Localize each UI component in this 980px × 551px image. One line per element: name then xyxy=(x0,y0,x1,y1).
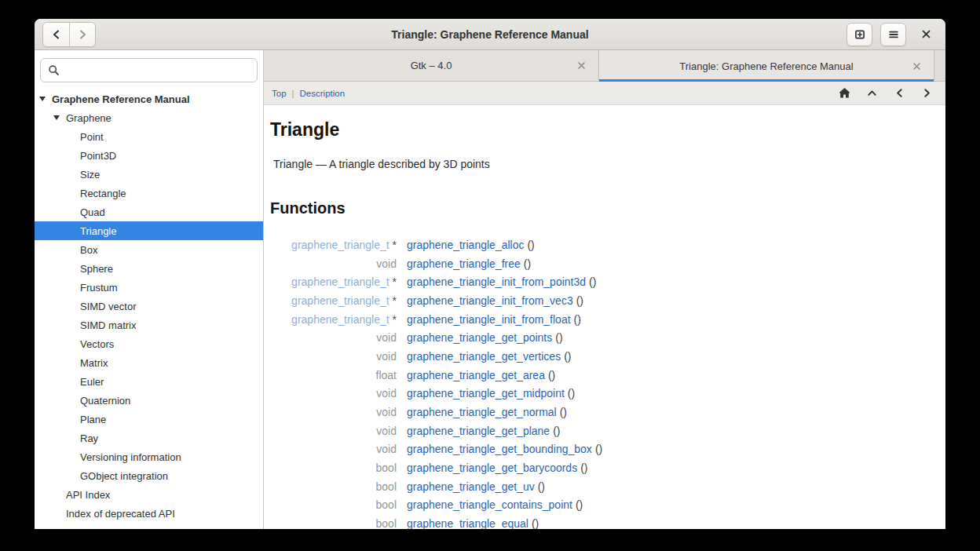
function-link[interactable]: graphene_triangle_get_bounding_box xyxy=(407,443,592,455)
tree-item[interactable]: Graphene xyxy=(35,108,263,127)
document-tab[interactable]: Gtk – 4.0 xyxy=(264,50,599,82)
return-type-link[interactable]: graphene_triangle_t xyxy=(291,239,389,251)
tree-item[interactable]: Index of deprecated API xyxy=(35,504,263,523)
tree-item-label: Euler xyxy=(80,376,104,388)
function-row: float graphene_triangle_get_area () xyxy=(270,366,945,385)
function-link[interactable]: graphene_triangle_get_normal xyxy=(407,406,557,418)
triangle-down-icon[interactable] xyxy=(39,97,52,101)
function-link[interactable]: graphene_triangle_init_from_float xyxy=(407,313,571,326)
return-type-plain: void xyxy=(376,406,397,418)
return-type: graphene_triangle_t * xyxy=(270,294,397,307)
tab-close-button[interactable] xyxy=(909,59,923,73)
return-type: void xyxy=(270,350,397,363)
home-button[interactable] xyxy=(836,86,852,101)
tree-item[interactable]: Ray xyxy=(35,429,263,447)
tree-item-label: Graphene xyxy=(66,112,112,124)
back-button[interactable] xyxy=(43,23,69,46)
tree-item[interactable]: Graphene Reference Manual xyxy=(35,89,263,108)
function-row: void graphene_triangle_get_midpoint () xyxy=(270,385,945,403)
tree-item[interactable]: Point3D xyxy=(35,146,263,165)
tree-item[interactable]: Plane xyxy=(35,410,263,429)
tree-item[interactable]: SIMD matrix xyxy=(35,316,263,334)
function-parens: () xyxy=(595,443,602,455)
triangle-down-icon[interactable] xyxy=(53,115,66,120)
chevron-up-icon xyxy=(866,87,878,99)
close-icon xyxy=(920,28,932,40)
document-tab[interactable]: Triangle: Graphene Reference Manual xyxy=(599,50,934,82)
tree-item[interactable]: API Index xyxy=(35,485,263,504)
function-parens: () xyxy=(589,276,596,288)
devhelp-window: Triangle: Graphene Reference Manual xyxy=(35,19,945,529)
function-parens: () xyxy=(527,239,534,251)
tree-item-label: Versioning information xyxy=(80,451,181,463)
menu-button[interactable] xyxy=(880,23,906,46)
tree-item[interactable]: Triangle xyxy=(35,221,263,240)
function-link[interactable]: graphene_triangle_get_barycoords xyxy=(407,462,577,474)
doc-back-button[interactable] xyxy=(891,86,907,101)
return-type-plain: void xyxy=(376,350,397,363)
tree-item-label: Size xyxy=(80,169,100,181)
function-link[interactable]: graphene_triangle_free xyxy=(407,257,521,270)
doc-forward-button[interactable] xyxy=(919,86,934,101)
tree-item[interactable]: Vectors xyxy=(35,334,263,353)
search-entry xyxy=(40,58,258,82)
return-type-plain: void xyxy=(376,387,397,400)
tree-item[interactable]: Quaternion xyxy=(35,391,263,410)
return-type-link[interactable]: graphene_triangle_t xyxy=(291,294,389,307)
new-tab-button[interactable] xyxy=(847,23,872,46)
window-body: Graphene Reference Manual Graphene Point… xyxy=(35,50,945,529)
doc-up-button[interactable] xyxy=(864,86,879,101)
function-link[interactable]: graphene_triangle_init_from_point3d xyxy=(407,276,586,288)
tree-item[interactable]: Frustum xyxy=(35,278,263,297)
description-link[interactable]: Description xyxy=(300,89,346,98)
tree-item[interactable]: Sphere xyxy=(35,259,263,278)
return-type-plain: bool xyxy=(376,480,397,493)
close-window-button[interactable] xyxy=(914,23,938,46)
return-type-link[interactable]: graphene_triangle_t xyxy=(291,276,389,288)
function-link[interactable]: graphene_triangle_equal xyxy=(407,517,528,529)
tree-item-label: Box xyxy=(80,244,97,256)
tree-item[interactable]: GObject integration xyxy=(35,466,263,485)
tree-item[interactable]: Versioning information xyxy=(35,447,263,466)
tree-item[interactable]: Rectangle xyxy=(35,184,263,203)
book-tree: Graphene Reference Manual Graphene Point… xyxy=(35,89,263,529)
function-row: void graphene_triangle_get_plane () xyxy=(270,421,945,440)
top-link[interactable]: Top xyxy=(272,89,287,98)
tree-item[interactable]: Size xyxy=(35,165,263,184)
function-link[interactable]: graphene_triangle_alloc xyxy=(407,239,524,251)
function-parens: () xyxy=(538,480,545,493)
tree-item[interactable]: Euler xyxy=(35,372,263,391)
return-type: void xyxy=(270,406,397,418)
pointer-star: * xyxy=(389,239,397,251)
pointer-star: * xyxy=(389,313,397,326)
return-type-link[interactable]: graphene_triangle_t xyxy=(291,313,389,326)
function-parens: () xyxy=(576,294,583,307)
history-button-group xyxy=(42,22,96,47)
tree-item[interactable]: Point xyxy=(35,127,263,146)
tab-close-button[interactable] xyxy=(574,59,588,73)
tree-item[interactable]: SIMD vector xyxy=(35,297,263,316)
tree-item[interactable]: Box xyxy=(35,240,263,259)
function-link[interactable]: graphene_triangle_contains_point xyxy=(407,498,572,511)
headerbar-right-controls xyxy=(847,23,938,46)
return-type: void xyxy=(270,387,397,400)
function-link[interactable]: graphene_triangle_get_uv xyxy=(407,480,535,493)
function-row: bool graphene_triangle_equal () xyxy=(270,514,945,529)
search-input[interactable] xyxy=(65,64,250,76)
function-link[interactable]: graphene_triangle_get_area xyxy=(407,369,545,381)
magnifier-icon xyxy=(48,64,60,76)
tree-item[interactable]: Matrix xyxy=(35,353,263,372)
function-link[interactable]: graphene_triangle_init_from_vec3 xyxy=(407,294,573,307)
tree-item-label: SIMD matrix xyxy=(80,319,137,331)
function-link[interactable]: graphene_triangle_get_plane xyxy=(407,425,550,437)
function-parens: () xyxy=(580,462,587,474)
function-link[interactable]: graphene_triangle_get_points xyxy=(407,331,552,344)
pointer-star: * xyxy=(389,276,397,288)
return-type-plain: bool xyxy=(376,517,397,529)
function-link[interactable]: graphene_triangle_get_vertices xyxy=(407,350,561,363)
tree-item[interactable]: Quad xyxy=(35,203,263,221)
function-link[interactable]: graphene_triangle_get_midpoint xyxy=(407,387,565,400)
function-row: void graphene_triangle_get_vertices () xyxy=(270,347,945,366)
forward-button[interactable] xyxy=(69,23,95,46)
page-title: Triangle xyxy=(270,119,945,140)
